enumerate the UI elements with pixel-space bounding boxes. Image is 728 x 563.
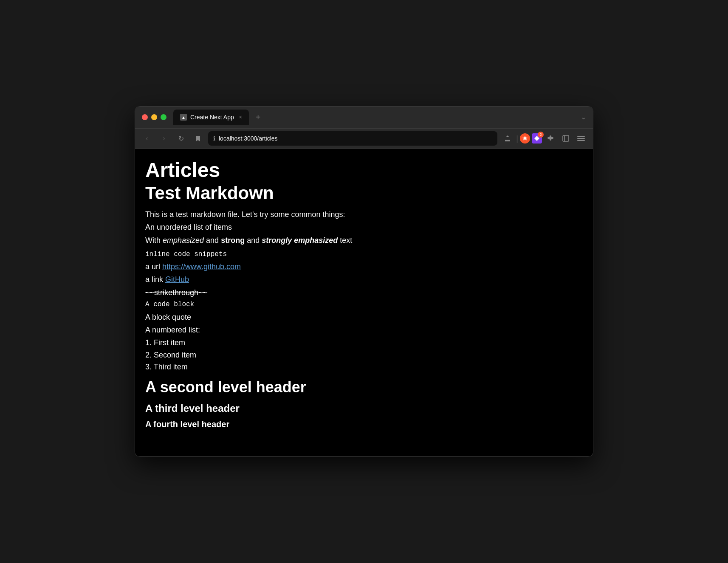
line3-text: With emphasized and strong and strongly … [145, 234, 583, 247]
line3-strong: strong [221, 236, 245, 245]
maximize-button[interactable] [161, 114, 166, 120]
inline-code-line: inline code snippets [145, 247, 583, 260]
list-item-2: 2. Second item [145, 349, 583, 361]
third-level-header: A third level header [145, 400, 583, 417]
list-item-1: 1. First item [145, 337, 583, 349]
tab-area: ▲ Create Next App × + [173, 110, 578, 125]
tab-favicon: ▲ [180, 114, 187, 121]
browser-window: ▲ Create Next App × + ⌄ ‹ › ↻ ℹ localhos… [135, 106, 593, 457]
line3-mid2: and [245, 236, 262, 245]
strikethrough-line: ~~strikethrough~~ [145, 286, 583, 299]
numbered-intro-line: A numbered list: [145, 324, 583, 337]
nav-bar: ‹ › ↻ ℹ localhost:3000/articles | 2 [135, 129, 593, 149]
second-level-header: A second level header [145, 375, 583, 400]
url-line: a url https://www.github.com [145, 260, 583, 273]
numbered-list: 1. First item 2. Second item 3. Third it… [145, 337, 583, 373]
line3-strong-em: strongly emphasized [262, 236, 338, 245]
menu-button[interactable] [574, 132, 588, 145]
nav-actions: | 2 [501, 132, 588, 145]
svg-rect-5 [577, 140, 585, 141]
inline-code: inline code snippets [145, 251, 227, 258]
reload-button[interactable]: ↻ [174, 132, 188, 145]
line3-mid: and [204, 236, 221, 245]
fourth-level-header: A fourth level header [145, 417, 583, 431]
security-icon: ℹ [213, 135, 215, 142]
url-prefix: a url [145, 262, 162, 271]
line2-text: An unordered list of items [145, 221, 583, 234]
block-code-line: A code block [145, 299, 583, 310]
brave-rewards-button[interactable]: 2 [532, 133, 542, 144]
nav-divider: | [516, 135, 518, 142]
back-button[interactable]: ‹ [140, 132, 154, 145]
share-button[interactable] [501, 132, 514, 145]
sidebar-toggle-button[interactable] [559, 132, 573, 145]
page-h1: Articles [145, 159, 583, 182]
url-display: localhost:3000/articles [219, 135, 492, 142]
svg-rect-3 [577, 136, 585, 137]
traffic-lights [142, 114, 166, 120]
svg-rect-1 [563, 135, 569, 141]
link-line: a link GitHub [145, 273, 583, 286]
address-bar[interactable]: ℹ localhost:3000/articles [208, 131, 497, 146]
tab-overflow-button[interactable]: ⌄ [581, 114, 586, 121]
svg-rect-4 [577, 138, 585, 139]
tab-title: Create Next App [190, 114, 234, 121]
line3-prefix: With [145, 236, 163, 245]
bookmark-button[interactable] [191, 132, 205, 145]
brave-icon[interactable] [520, 133, 530, 144]
new-tab-button[interactable]: + [252, 113, 264, 122]
page-content: Articles Test Markdown This is a test ma… [135, 149, 593, 456]
line3-suffix: text [338, 236, 352, 245]
link-prefix: a link [145, 275, 165, 284]
extensions-button[interactable] [544, 132, 557, 145]
page-h2-main: Test Markdown [145, 183, 583, 203]
intro-text: This is a test markdown file. Let's try … [145, 208, 583, 221]
list-item-3: 3. Third item [145, 361, 583, 373]
github-link[interactable]: GitHub [165, 275, 189, 284]
block-code: A code block [145, 299, 583, 310]
forward-button[interactable]: › [157, 132, 171, 145]
active-tab[interactable]: ▲ Create Next App × [173, 110, 249, 125]
strikethrough-text: ~~strikethrough~~ [145, 288, 207, 297]
minimize-button[interactable] [151, 114, 157, 120]
url-link[interactable]: https://www.github.com [162, 262, 241, 271]
badge-count: 2 [538, 132, 544, 138]
block-quote-line: A block quote [145, 311, 583, 324]
tab-close-button[interactable]: × [239, 114, 242, 120]
close-button[interactable] [142, 114, 148, 120]
title-bar: ▲ Create Next App × + ⌄ [135, 107, 593, 129]
line3-em: emphasized [163, 236, 204, 245]
